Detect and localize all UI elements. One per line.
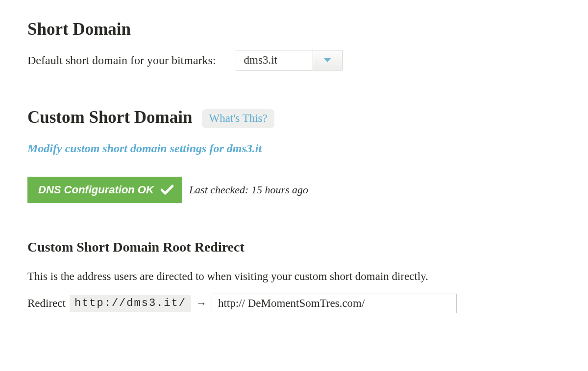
dropdown-trigger[interactable] [313,50,342,70]
dns-status-text: DNS Configuration OK [38,184,154,196]
redirect-target-input[interactable] [212,294,457,313]
last-checked-text: Last checked: 15 hours ago [189,184,308,196]
dns-status-row: DNS Configuration OK Last checked: 15 ho… [27,177,561,203]
dropdown-selected-value: dms3.it [236,50,313,70]
modify-domain-link[interactable]: Modify custom short domain settings for … [27,142,262,155]
custom-domain-heading: Custom Short Domain [27,108,192,127]
svg-marker-0 [323,58,331,62]
root-redirect-description: This is the address users are directed t… [27,269,561,284]
custom-domain-heading-row: Custom Short Domain What's This? [27,108,561,127]
redirect-row: Redirect http://dms3.it/ → [27,294,561,313]
redirect-source-code: http://dms3.it/ [70,295,191,312]
root-redirect-heading: Custom Short Domain Root Redirect [27,239,561,255]
checkmark-icon [161,185,173,195]
arrow-icon: → [196,297,207,310]
default-domain-dropdown[interactable]: dms3.it [236,50,343,70]
default-domain-label: Default short domain for your bitmarks: [27,54,216,67]
redirect-label: Redirect [27,297,66,310]
default-domain-row: Default short domain for your bitmarks: … [27,50,561,70]
dns-status-badge: DNS Configuration OK [27,177,182,203]
whats-this-button[interactable]: What's This? [202,109,274,128]
chevron-down-icon [323,58,331,63]
short-domain-heading: Short Domain [27,20,561,39]
